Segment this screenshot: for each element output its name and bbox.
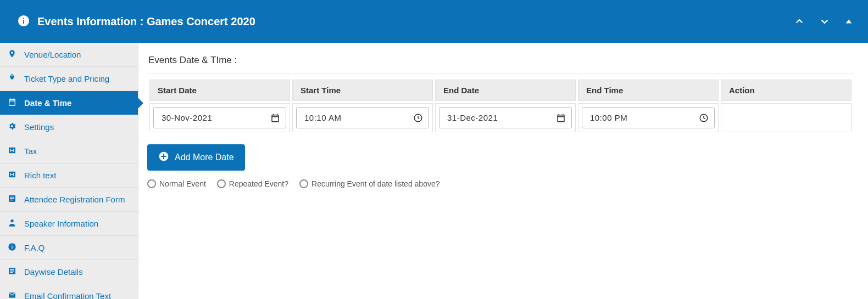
- sidebar-item-label: Tax: [24, 146, 37, 156]
- page-header: Events Information : Games Concert 2020: [0, 0, 868, 43]
- sidebar-item-tax[interactable]: Tax: [0, 139, 138, 163]
- start-date-field[interactable]: [153, 107, 286, 128]
- end-time-input[interactable]: [589, 112, 699, 123]
- svg-rect-1: [23, 20, 24, 24]
- plus-circle-icon: [158, 151, 169, 164]
- sidebar-item-label: Settings: [24, 122, 54, 132]
- radio-icon: [217, 179, 226, 188]
- svg-rect-10: [12, 245, 12, 245]
- tax-icon: [8, 146, 16, 156]
- info-icon: [8, 242, 16, 253]
- sidebar-item-label: Speaker Information: [24, 219, 98, 228]
- radio-icon: [147, 179, 156, 188]
- table-row: [149, 103, 852, 132]
- sidebar-item-label: Email Confirmation Text: [24, 291, 111, 299]
- sidebar-item-email-confirm[interactable]: Email Confirmation Text: [0, 284, 138, 299]
- end-time-field[interactable]: [582, 107, 715, 128]
- rich-text-icon: [8, 170, 16, 180]
- header-actions: [794, 16, 853, 26]
- col-action: Action: [721, 80, 852, 101]
- sidebar: Venue/Location Ticket Type and Pricing D…: [0, 43, 138, 299]
- start-date-input[interactable]: [160, 112, 270, 123]
- ticket-icon: [8, 74, 16, 84]
- sidebar-item-label: Attendee Registration Form: [24, 195, 125, 204]
- page-title: Events Information : Games Concert 2020: [37, 15, 255, 28]
- radio-icon: [299, 179, 308, 188]
- date-time-table: Start Date Start Time End Date End Time …: [147, 77, 854, 134]
- chevron-up-icon[interactable]: [794, 16, 804, 26]
- svg-marker-3: [846, 20, 852, 24]
- daywise-icon: [8, 267, 16, 277]
- divider: [147, 74, 854, 74]
- radio-label: Normal Event: [159, 179, 206, 188]
- gear-icon: [8, 122, 16, 132]
- sidebar-item-faq[interactable]: F.A.Q: [0, 236, 138, 260]
- sidebar-item-label: Venue/Location: [24, 50, 81, 59]
- main-content: Events Date & TIme : Start Date Start Ti…: [138, 43, 868, 299]
- clock-icon[interactable]: [413, 113, 423, 123]
- sidebar-item-attendee-form[interactable]: Attendee Registration Form: [0, 188, 138, 212]
- radio-label: Recurring Event of date listed above?: [311, 179, 439, 188]
- sidebar-item-label: Daywise Details: [24, 267, 83, 277]
- radio-recurring-event[interactable]: Recurring Event of date listed above?: [299, 179, 439, 188]
- calendar-icon: [8, 98, 16, 108]
- sidebar-item-label: F.A.Q: [24, 243, 45, 252]
- sidebar-item-label: Ticket Type and Pricing: [24, 74, 109, 83]
- sidebar-item-venue[interactable]: Venue/Location: [0, 43, 138, 67]
- radio-normal-event[interactable]: Normal Event: [147, 179, 206, 188]
- col-start-time: Start Time: [292, 80, 433, 101]
- mail-icon: [8, 291, 16, 299]
- col-end-date: End Date: [435, 80, 576, 101]
- sidebar-item-date-time[interactable]: Date & Time: [0, 91, 138, 115]
- add-more-date-label: Add More Date: [175, 153, 234, 162]
- event-type-group: Normal Event Repeated Event? Recurring E…: [147, 179, 854, 188]
- sidebar-item-settings[interactable]: Settings: [0, 115, 138, 139]
- start-time-input[interactable]: [303, 112, 413, 123]
- radio-repeated-event[interactable]: Repeated Event?: [217, 179, 288, 188]
- radio-label: Repeated Event?: [229, 179, 288, 188]
- caret-up-icon[interactable]: [845, 18, 853, 25]
- speaker-icon: [8, 218, 16, 229]
- table-header-row: Start Date Start Time End Date End Time …: [149, 80, 852, 101]
- sidebar-item-label: Rich text: [24, 171, 56, 180]
- sidebar-item-rich-text[interactable]: Rich text: [0, 163, 138, 188]
- sidebar-item-label: Date & Time: [24, 98, 71, 108]
- sidebar-item-speaker[interactable]: Speaker Information: [0, 212, 138, 236]
- col-end-time: End Time: [578, 80, 719, 101]
- chevron-down-icon[interactable]: [820, 16, 830, 26]
- form-icon: [8, 194, 16, 205]
- sidebar-item-daywise[interactable]: Daywise Details: [0, 260, 138, 284]
- svg-point-7: [10, 219, 13, 222]
- section-title: Events Date & TIme :: [148, 55, 854, 66]
- pin-icon: [8, 49, 16, 60]
- action-cell: [721, 103, 852, 132]
- info-icon: [18, 15, 30, 29]
- calendar-icon[interactable]: [270, 113, 280, 123]
- end-date-field[interactable]: [439, 107, 572, 128]
- svg-rect-9: [12, 246, 12, 249]
- start-time-field[interactable]: [296, 107, 429, 128]
- end-date-input[interactable]: [446, 112, 556, 123]
- col-start-date: Start Date: [149, 80, 290, 101]
- svg-rect-2: [23, 18, 24, 19]
- add-more-date-button[interactable]: Add More Date: [147, 144, 245, 171]
- sidebar-item-ticket[interactable]: Ticket Type and Pricing: [0, 67, 138, 91]
- calendar-icon[interactable]: [556, 113, 566, 123]
- clock-icon[interactable]: [699, 113, 709, 123]
